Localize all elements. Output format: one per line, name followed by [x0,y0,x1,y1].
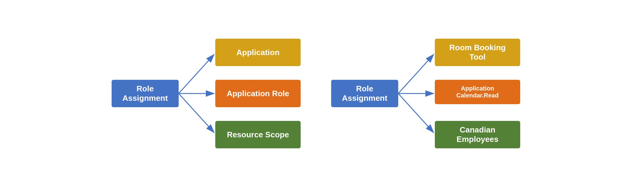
canadian-employees-label: Canadian Employees [440,125,515,144]
calendar-read-label: Application Calendar.Read [440,85,515,99]
svg-line-5 [398,55,434,94]
calendar-read-box: Application Calendar.Read [435,80,520,104]
diagram-1: Role Assignment Application Application … [112,39,295,148]
resource-scope-label: Resource Scope [227,130,289,139]
role-assignment-label-2: Role Assignment [337,84,393,103]
role-assignment-box-1: Role Assignment [112,80,179,107]
application-role-box: Application Role [215,80,301,107]
canadian-employees-label-box: Canadian Employees [435,121,520,148]
diagram-2: Role Assignment Room Booking Tool Applic… [331,39,532,148]
room-booking-label: Room Booking Tool [440,43,515,62]
svg-line-3 [179,94,214,132]
room-booking-box: Room Booking Tool [435,39,520,66]
application-role-label: Application Role [227,89,289,98]
resource-scope-box: Resource Scope [215,121,301,148]
diagram-2-source: Role Assignment [331,80,398,107]
application-label-box: Application [215,39,301,66]
application-box: Application [215,39,301,66]
diagrams-container: Role Assignment Application Application … [0,0,644,187]
application-role-label-box: Application Role [215,80,301,107]
diagram-1-source: Role Assignment [112,80,179,107]
application-label: Application [236,48,280,57]
svg-line-1 [179,55,214,94]
role-assignment-label-1: Role Assignment [117,84,173,103]
calendar-read-label-box: Application Calendar.Read [435,80,520,104]
resource-scope-label-box: Resource Scope [215,121,301,148]
canadian-employees-box: Canadian Employees [435,121,520,148]
role-assignment-box-2: Role Assignment [331,80,398,107]
svg-line-7 [398,94,434,132]
room-booking-label-box: Room Booking Tool [435,39,520,66]
